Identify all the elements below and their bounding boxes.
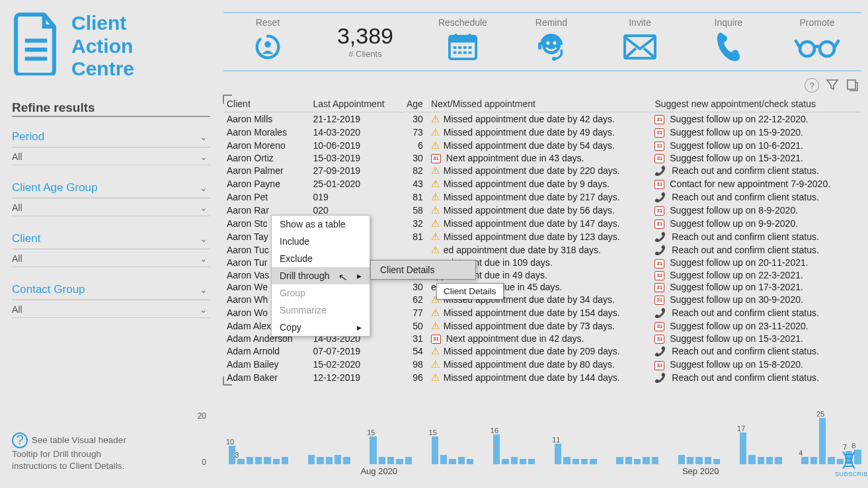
svg-rect-5 <box>450 36 476 42</box>
warning-icon: ⚠ <box>431 320 440 331</box>
filter-3-header[interactable]: Contact Group ⌄ <box>12 279 210 300</box>
help-icon[interactable]: ? <box>805 78 819 93</box>
x-tick: Aug 2020 <box>218 466 540 476</box>
filter-1-header[interactable]: Client Age Group ⌄ <box>12 177 210 198</box>
filter-2-value[interactable]: All ⌄ <box>12 249 210 267</box>
inquire-tile[interactable]: Inquire <box>684 16 773 66</box>
filter-2-header[interactable]: Client ⌄ <box>12 228 210 249</box>
calendar-small-icon <box>654 296 664 305</box>
svg-point-17 <box>546 41 549 44</box>
drill-submenu[interactable]: Client Details <box>370 260 476 280</box>
promote-tile[interactable]: Promote <box>773 16 861 66</box>
svg-rect-19 <box>538 42 541 50</box>
headset-icon <box>507 28 596 65</box>
chevron-down-icon: ⌄ <box>200 304 208 315</box>
remind-tile[interactable]: Remind <box>507 16 596 66</box>
warning-icon: ⚠ <box>431 113 440 124</box>
filter-0-value[interactable]: All ⌄ <box>12 147 210 165</box>
calendar-small-icon <box>654 128 664 138</box>
chevron-right-icon: ▸ <box>357 322 362 333</box>
table-row[interactable]: Adam Arnold 07-07-2019 54 ⚠ Missed appoi… <box>224 345 861 358</box>
refine-header: Refine results <box>12 101 210 117</box>
svg-rect-13 <box>458 51 461 54</box>
calendar-small-icon <box>431 335 441 344</box>
svg-point-20 <box>552 57 556 61</box>
calendar-small-icon <box>654 259 664 268</box>
daily-chart[interactable]: 20 0 103151516111742578 Aug 2020Sep 2020 <box>218 399 861 479</box>
filter-1-value[interactable]: All ⌄ <box>12 198 210 216</box>
ctx-drill-through[interactable]: Drill through▸ <box>272 267 370 284</box>
svg-point-22 <box>800 42 814 56</box>
warning-icon: ⚠ <box>431 358 440 370</box>
phone-small-icon: 📞 <box>654 192 666 202</box>
reschedule-tile[interactable]: Reschedule <box>418 16 507 66</box>
warning-icon: ⚠ <box>431 345 440 356</box>
col-last[interactable]: Last Appointment <box>310 96 401 112</box>
calendar-small-icon <box>654 283 664 292</box>
ctx-show-table[interactable]: Show as a table <box>272 216 370 233</box>
table-row[interactable]: Aaron Moreno 10-06-2019 6 ⚠ Missed appoi… <box>224 139 861 152</box>
warning-icon: ⚠ <box>431 204 440 216</box>
ctx-copy[interactable]: Copy▸ <box>272 319 370 336</box>
client-count-tile: 3,389 # Clients <box>312 22 418 60</box>
table-row[interactable]: Adam Bailey 15-02-2020 98 ⚠ Missed appoi… <box>224 358 861 371</box>
svg-rect-6 <box>454 33 457 38</box>
filter-3-value[interactable]: All ⌄ <box>12 300 210 318</box>
calendar-small-icon <box>654 322 664 331</box>
phone-small-icon: 📞 <box>654 245 666 255</box>
warning-icon: ⚠ <box>431 244 440 255</box>
warning-icon: ⚠ <box>431 191 440 202</box>
col-age[interactable]: Age <box>401 96 428 112</box>
calendar-small-icon <box>654 361 664 370</box>
table-row[interactable]: Aaron Ortiz 15-03-2019 30 Next appointme… <box>224 152 861 164</box>
table-row[interactable]: Aaron Pet 019 81 ⚠ Missed appointment du… <box>224 190 861 204</box>
app-title: Client Action Centre <box>71 12 134 81</box>
drill-client-details[interactable]: Client Details <box>371 261 475 279</box>
context-menu[interactable]: Show as a table Include Exclude Drill th… <box>271 215 370 337</box>
chevron-down-icon: ⌄ <box>200 253 208 264</box>
svg-point-3 <box>264 41 271 48</box>
phone-small-icon: 📞 <box>654 165 666 176</box>
x-tick: Sep 2020 <box>540 466 862 476</box>
calendar-icon <box>418 28 507 65</box>
table-row[interactable]: Aaron Morales 14-03-2020 73 ⚠ Missed app… <box>224 126 861 139</box>
phone-small-icon: 📞 <box>654 231 666 242</box>
warning-icon: ⚠ <box>431 140 440 151</box>
warning-icon: ⚠ <box>431 307 440 318</box>
table-row[interactable]: Aaron Mills 21-12-2019 30 ⚠ Missed appoi… <box>224 112 861 126</box>
table-row[interactable]: Aaron Palmer 27-09-2019 82 ⚠ Missed appo… <box>224 164 861 177</box>
warning-icon: ⚠ <box>431 231 440 242</box>
phone-small-icon: 📞 <box>654 346 666 356</box>
client-count: 3,389 <box>312 23 418 49</box>
warning-icon: ⚠ <box>431 218 440 229</box>
invite-tile[interactable]: Invite <box>596 16 684 66</box>
calendar-small-icon <box>654 142 664 151</box>
col-client[interactable]: Client <box>224 96 310 112</box>
calendar-small-icon <box>654 154 664 163</box>
help-circle-icon: ? <box>12 432 28 448</box>
svg-rect-15 <box>468 51 471 54</box>
ctx-exclude[interactable]: Exclude <box>272 250 370 267</box>
svg-rect-9 <box>458 46 461 49</box>
calendar-small-icon <box>654 271 664 280</box>
ctx-include[interactable]: Include <box>272 233 370 250</box>
filter-icon[interactable] <box>826 78 839 91</box>
subscribe-badge[interactable]: SUBSCRIBE <box>835 450 863 477</box>
filter-0-header[interactable]: Period ⌄ <box>12 126 210 147</box>
chevron-down-icon: ⌄ <box>200 183 208 193</box>
table-row[interactable]: Adam Baker 12-12-2019 96 ⚠ Missed appoin… <box>224 371 861 384</box>
col-next[interactable]: Next/Missed appointment <box>428 96 652 112</box>
reset-tile[interactable]: Reset <box>223 16 312 66</box>
ctx-summarize: Summarize <box>272 302 370 319</box>
chevron-right-icon: ▸ <box>357 270 362 281</box>
col-suggest[interactable]: Suggest new appointment/check status <box>652 96 861 112</box>
svg-rect-11 <box>468 46 471 49</box>
chevron-down-icon: ⌄ <box>200 202 208 213</box>
warning-icon: ⚠ <box>431 372 440 383</box>
phone-small-icon: 📞 <box>654 372 666 383</box>
phone-small-icon: 📞 <box>654 307 666 318</box>
table-row[interactable]: Aaron Payne 25-01-2020 43 ⚠ Missed appoi… <box>224 177 861 190</box>
export-icon[interactable] <box>846 78 859 91</box>
svg-point-18 <box>553 41 556 44</box>
tooltip: Client Details <box>436 283 504 300</box>
